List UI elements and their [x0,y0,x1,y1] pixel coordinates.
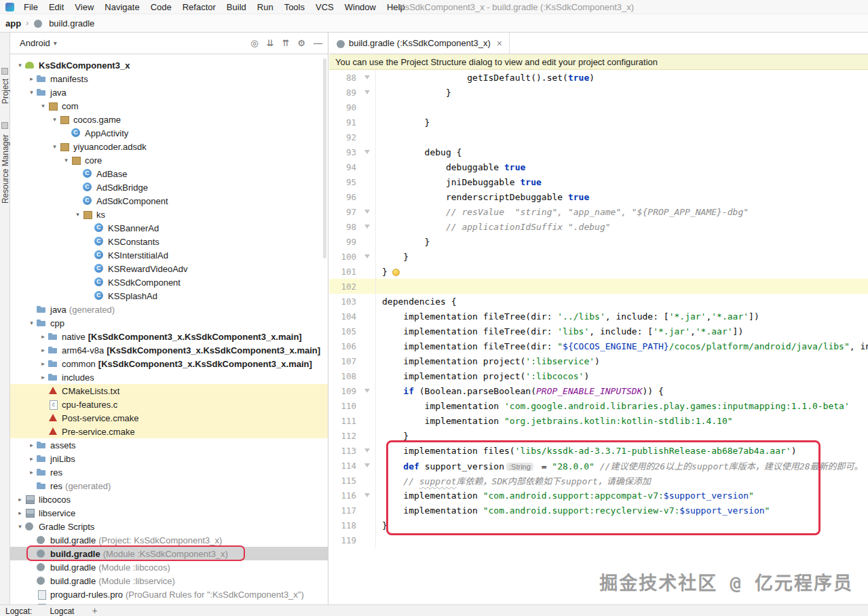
fold-marker-icon[interactable] [364,90,370,94]
tab-close-icon[interactable]: × [497,38,502,49]
gutter[interactable] [359,70,376,85]
tree-item[interactable]: java (generated) [10,303,328,316]
tree-item[interactable]: build.gradle (Project: KsSdkComponent3_x… [10,533,328,547]
menu-refactor[interactable]: Refactor [177,0,221,14]
tree-item[interactable]: AppActivity [10,126,328,140]
tree-item[interactable]: CMakeLists.txt [10,384,328,398]
code-line[interactable]: 106 implementation fileTree(dir: "${COCO… [329,339,868,353]
tree-item[interactable]: ▸common [KsSdkComponent3_x.KsSdkComponen… [10,357,328,370]
project-tree-scrollbar[interactable] [323,58,326,258]
chevron-expanded-icon[interactable]: ▾ [27,320,36,326]
code-line[interactable]: 116 implementation "com.android.support:… [329,488,868,503]
toolwindow-resource-manager-label[interactable]: Resource Manager [1,134,10,204]
menu-code[interactable]: Code [145,0,177,14]
fold-marker-icon[interactable] [364,254,370,258]
chevron-expanded-icon[interactable]: ▾ [73,211,82,218]
code-line[interactable]: 89 } [329,85,868,100]
tree-item[interactable]: ▸jniLibs [10,452,328,465]
tree-item[interactable]: build.gradle (Module :libservice) [10,574,328,588]
chevron-collapsed-icon[interactable]: ▸ [27,442,36,448]
tree-item[interactable]: ▾cocos.game [10,113,328,126]
tree-item[interactable]: ▸manifests [10,72,328,85]
chevron-collapsed-icon[interactable]: ▸ [16,509,24,516]
fold-marker-icon[interactable] [364,225,370,229]
chevron-expanded-icon[interactable]: ▾ [16,523,24,530]
gutter[interactable] [359,219,376,234]
chevron-expanded-icon[interactable]: ▾ [16,62,24,69]
tree-item[interactable]: KSSplashAd [10,289,328,303]
code-line[interactable]: 112 } [329,428,868,443]
tree-item[interactable]: ▸assets [10,438,328,452]
code-line[interactable]: 102 [329,279,868,294]
fold-marker-icon[interactable] [364,448,370,453]
expand-all-icon[interactable]: ⇊ [267,38,274,49]
gutter[interactable] [359,204,376,219]
tree-item[interactable]: ▾ks [10,208,328,221]
chevron-expanded-icon[interactable]: ▾ [39,102,48,109]
code-line[interactable]: 88 getIsDefault().set(true) [329,70,868,85]
menu-run[interactable]: Run [252,0,279,14]
settings-gear-icon[interactable]: ⚙ [297,38,305,49]
fold-marker-icon[interactable] [364,210,370,214]
code-line[interactable]: 90 [329,100,868,115]
fold-marker-icon[interactable] [364,493,370,497]
code-line[interactable]: 105 implementation fileTree(dir: 'libs',… [329,324,868,339]
tree-item[interactable]: AdBase [10,167,328,180]
code-line[interactable]: 107 implementation project(':libservice'… [329,353,868,368]
code-line[interactable]: 100 } [329,249,868,264]
code-line[interactable]: 115 // supprot库依赖，SDK内部依赖如下support，请确保添加 [329,473,868,488]
tree-item[interactable]: KSConstants [10,235,328,248]
gutter[interactable] [359,383,376,398]
chevron-collapsed-icon[interactable]: ▸ [27,455,36,462]
tree-item[interactable]: KSBannerAd [10,221,328,235]
logcat-title[interactable]: Logcat: [5,607,32,616]
gutter[interactable] [359,145,376,159]
code-line[interactable]: 101} [329,264,868,279]
code-line[interactable]: 96 renderscriptDebuggable true [329,189,868,204]
code-line[interactable]: 104 implementation fileTree(dir: '../lib… [329,309,868,324]
breadcrumb-file[interactable]: build.gradle [49,18,94,28]
logcat-tab[interactable]: Logcat [50,607,74,616]
chevron-expanded-icon[interactable]: ▾ [27,89,36,96]
code-line[interactable]: 118} [329,518,868,533]
chevron-collapsed-icon[interactable]: ▸ [39,360,48,367]
menu-file[interactable]: File [18,0,43,14]
fold-marker-icon[interactable] [364,75,370,79]
menu-tools[interactable]: Tools [279,0,310,14]
tree-item[interactable]: KSSdkComponent [10,275,328,289]
fold-marker-icon[interactable] [364,150,370,154]
tree-item[interactable]: Pre-service.cmake [10,425,328,438]
gutter[interactable] [359,249,376,264]
code-line[interactable]: 93 debug { [329,145,868,159]
tree-item[interactable]: proguard-rules.pro (ProGuard Rules for "… [10,588,328,601]
chevron-expanded-icon[interactable]: ▾ [62,157,71,163]
code-line[interactable]: 109 if (Boolean.parseBoolean(PROP_ENABLE… [329,383,868,398]
tree-item[interactable]: ▾yiyuancoder.adsdk [10,140,328,153]
code-line[interactable]: 110 implementation 'com.google.android.l… [329,398,868,413]
code-line[interactable]: 94 debuggable true [329,159,868,174]
locate-file-icon[interactable]: ◎ [250,38,258,49]
menu-vcs[interactable]: VCS [310,0,339,14]
tree-item[interactable]: ▸native [KsSdkComponent3_x.KsSdkComponen… [10,330,328,343]
tree-item[interactable]: build.gradle (Module :KsSdkComponent3_x) [10,547,328,560]
menu-navigate[interactable]: Navigate [99,0,145,14]
code-line[interactable]: 99 } [329,234,868,249]
code-line[interactable]: 98 // applicationIdSuffix ".debug" [329,219,868,234]
tree-item[interactable]: KSInterstitialAd [10,248,328,262]
intention-bulb-icon[interactable] [392,269,400,276]
chevron-expanded-icon[interactable]: ▾ [50,143,59,150]
tree-item[interactable]: ▾cpp [10,316,328,330]
fold-marker-icon[interactable] [364,389,370,393]
tree-item[interactable]: ▸libservice [10,506,328,520]
tree-item[interactable]: KSRewardVideoAdv [10,262,328,275]
gutter[interactable] [359,85,376,100]
project-toolwindow-icon[interactable] [1,68,8,75]
add-tab-icon[interactable]: + [92,607,97,615]
code-line[interactable]: 97 // resValue "string", "app_name", "${… [329,204,868,219]
chevron-collapsed-icon[interactable]: ▸ [39,347,48,353]
tree-item[interactable]: ▾java [10,85,328,99]
project-view-selector[interactable]: Android ▾ [20,38,57,48]
code-line[interactable]: 108 implementation project(':libcocos') [329,368,868,383]
tree-item[interactable]: AdSdkBridge [10,180,328,194]
code-line[interactable]: 91 } [329,115,868,130]
